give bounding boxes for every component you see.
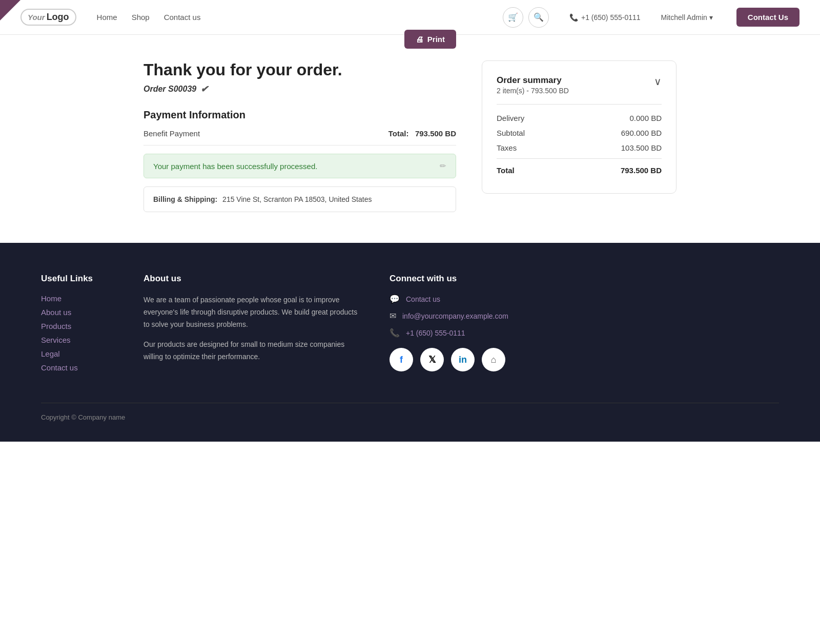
cart-icon[interactable]: 🛒 bbox=[503, 7, 523, 28]
thank-you-title: Thank you for your order. bbox=[144, 60, 342, 79]
delivery-label: Delivery bbox=[497, 114, 524, 122]
corner-decoration bbox=[0, 0, 20, 20]
twitter-button[interactable]: 𝕏 bbox=[420, 348, 444, 371]
chevron-down-icon[interactable]: ∨ bbox=[654, 75, 662, 88]
payment-row: Benefit Payment Total: 793.500 BD bbox=[144, 129, 456, 146]
connect-email-link[interactable]: info@yourcompany.example.com bbox=[402, 312, 508, 320]
order-summary-card: Order summary 2 item(s) - 793.500 BD ∨ D… bbox=[482, 60, 676, 194]
about-p2: Our products are designed for small to m… bbox=[144, 339, 359, 363]
taxes-value: 103.500 BD bbox=[621, 143, 662, 152]
social-row: f 𝕏 in ⌂ bbox=[389, 348, 523, 371]
connect-phone-link[interactable]: +1 (650) 555-0111 bbox=[406, 329, 465, 337]
subtotal-label: Subtotal bbox=[497, 129, 525, 137]
print-button[interactable]: 🖨 Print bbox=[404, 30, 456, 49]
header-icons: 🛒 🔍 bbox=[503, 7, 549, 28]
print-icon: 🖨 bbox=[416, 35, 423, 44]
footer-link-contact[interactable]: Contact us bbox=[41, 363, 78, 372]
subtotal-row: Subtotal 690.000 BD bbox=[497, 129, 662, 137]
connect-email-item: ✉ info@yourcompany.example.com bbox=[389, 311, 523, 321]
total-label: Total: bbox=[388, 129, 409, 138]
useful-links-heading: Useful Links bbox=[41, 274, 113, 284]
subtotal-value: 690.000 BD bbox=[621, 129, 662, 137]
about-heading: About us bbox=[144, 274, 359, 284]
phone-footer-icon: 📞 bbox=[389, 328, 400, 338]
phone-number: 📞 +1 (650) 555-0111 bbox=[569, 13, 641, 22]
check-icon: ✔ bbox=[200, 84, 208, 95]
total-row: Total 793.500 BD bbox=[497, 158, 662, 175]
footer-links-list: Home About us Products Services Legal Co… bbox=[41, 294, 113, 372]
footer-link-home[interactable]: Home bbox=[41, 294, 61, 303]
linkedin-button[interactable]: in bbox=[451, 348, 475, 371]
payment-section-title: Payment Information bbox=[144, 109, 456, 121]
order-id: Order S00039 ✔ bbox=[144, 84, 342, 95]
logo-your-text: Your bbox=[28, 13, 45, 22]
footer-grid: Useful Links Home About us Products Serv… bbox=[41, 274, 779, 377]
home-social-button[interactable]: ⌂ bbox=[482, 348, 505, 371]
total-summary-value: 793.500 BD bbox=[621, 166, 662, 175]
connect-contact-item: 💬 Contact us bbox=[389, 294, 523, 304]
connect-phone-item: 📞 +1 (650) 555-0111 bbox=[389, 328, 523, 338]
delivery-row: Delivery 0.000 BD bbox=[497, 114, 662, 122]
footer-link-products[interactable]: Products bbox=[41, 322, 71, 330]
search-icon[interactable]: 🔍 bbox=[528, 7, 549, 28]
chat-icon: 💬 bbox=[389, 294, 400, 304]
footer-link-about[interactable]: About us bbox=[41, 308, 71, 317]
footer-link-services[interactable]: Services bbox=[41, 336, 71, 344]
billing-shipping-box: Billing & Shipping: 215 Vine St, Scranto… bbox=[144, 186, 456, 212]
logo-logo-text: Logo bbox=[47, 12, 69, 23]
success-message-text: Your payment has been successfully proce… bbox=[153, 162, 317, 171]
summary-divider bbox=[497, 104, 662, 105]
email-icon: ✉ bbox=[389, 311, 396, 321]
connect-contact-link[interactable]: Contact us bbox=[406, 295, 440, 303]
site-footer: Useful Links Home About us Products Serv… bbox=[0, 243, 820, 442]
chevron-down-icon: ▾ bbox=[709, 13, 713, 22]
phone-icon: 📞 bbox=[569, 13, 578, 22]
copyright-text: Copyright © Company name bbox=[41, 413, 125, 421]
print-label: Print bbox=[427, 35, 445, 44]
summary-subtitle: 2 item(s) - 793.500 BD bbox=[497, 87, 569, 95]
billing-label: Billing & Shipping: bbox=[153, 195, 217, 203]
payment-total: Total: 793.500 BD bbox=[388, 129, 456, 138]
footer-useful-links: Useful Links Home About us Products Serv… bbox=[41, 274, 113, 377]
main-nav: Home Shop Contact us bbox=[97, 13, 487, 22]
contact-us-button[interactable]: Contact Us bbox=[736, 8, 799, 27]
phone-text: +1 (650) 555-0111 bbox=[581, 13, 641, 22]
total-value: 793.500 BD bbox=[415, 129, 456, 138]
success-message-box: Your payment has been successfully proce… bbox=[144, 154, 456, 178]
footer-connect: Connect with us 💬 Contact us ✉ info@your… bbox=[389, 274, 523, 377]
total-summary-label: Total bbox=[497, 166, 515, 175]
nav-contact[interactable]: Contact us bbox=[164, 13, 201, 22]
user-name: Mitchell Admin bbox=[661, 13, 707, 22]
edit-icon: ✏ bbox=[440, 161, 446, 171]
connect-heading: Connect with us bbox=[389, 274, 523, 284]
nav-home[interactable]: Home bbox=[97, 13, 117, 22]
nav-shop[interactable]: Shop bbox=[132, 13, 150, 22]
user-menu[interactable]: Mitchell Admin ▾ bbox=[661, 13, 713, 22]
footer-bottom: Copyright © Company name bbox=[41, 403, 779, 421]
taxes-row: Taxes 103.500 BD bbox=[497, 143, 662, 152]
billing-address: 215 Vine St, Scranton PA 18503, United S… bbox=[222, 195, 372, 203]
logo[interactable]: Your Logo bbox=[20, 9, 76, 26]
order-id-text: Order S00039 bbox=[144, 85, 196, 94]
taxes-label: Taxes bbox=[497, 143, 517, 152]
delivery-value: 0.000 BD bbox=[629, 114, 662, 122]
about-p1: We are a team of passionate people whose… bbox=[144, 294, 359, 330]
facebook-button[interactable]: f bbox=[389, 348, 413, 371]
summary-header: Order summary 2 item(s) - 793.500 BD ∨ bbox=[497, 75, 662, 95]
summary-title: Order summary bbox=[497, 75, 569, 86]
payment-method: Benefit Payment bbox=[144, 129, 200, 138]
footer-about: About us We are a team of passionate peo… bbox=[144, 274, 359, 377]
footer-link-legal[interactable]: Legal bbox=[41, 349, 60, 358]
order-section: Thank you for your order. Order S00039 ✔… bbox=[144, 60, 456, 212]
